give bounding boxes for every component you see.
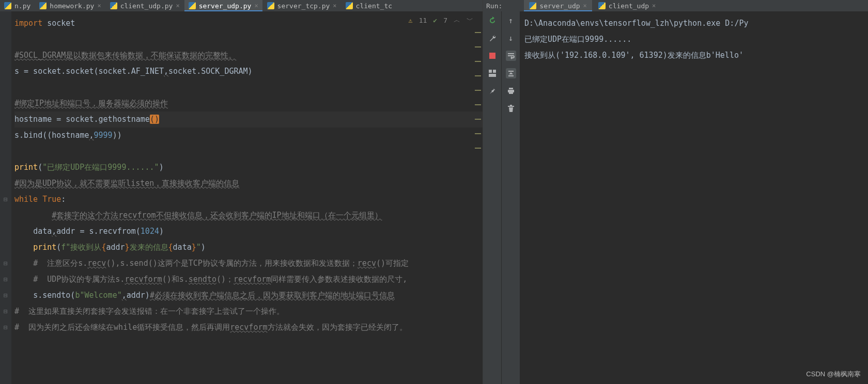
code-line: while True:: [14, 191, 483, 207]
python-file-icon: [346, 2, 353, 9]
close-icon[interactable]: ×: [176, 2, 179, 9]
close-icon[interactable]: ×: [652, 2, 656, 9]
editor-tab[interactable]: n.py: [0, 0, 35, 11]
python-file-icon: [529, 2, 536, 9]
code-area[interactable]: import socket #SOCL_DGRAM是以数据包来传输数据，不能保证…: [11, 11, 483, 384]
close-icon[interactable]: ×: [333, 2, 336, 9]
code-line: data,addr = s.recvfrom(1024): [14, 223, 483, 239]
close-icon[interactable]: ×: [97, 2, 101, 9]
code-line: print("已绑定UDP在端口9999......"): [14, 159, 483, 175]
run-tool-window: Run: server_udp×client_udp× ↑ ↓: [483, 0, 868, 384]
run-header: Run: server_udp×client_udp×: [483, 0, 868, 11]
close-icon[interactable]: ×: [583, 2, 587, 9]
gutter-row[interactable]: ⊟: [4, 191, 8, 207]
settings-wrench-icon[interactable]: [487, 33, 498, 43]
tab-label: server_udp.py: [199, 2, 252, 10]
editor-body: ⊟⊟⊟⊟⊟⊟ import socket #SOCL_DGRAM是以数据包来传输…: [0, 11, 483, 384]
up-arrow-icon[interactable]: ↑: [506, 15, 516, 26]
gutter-row[interactable]: ⊟: [4, 271, 8, 287]
tab-label: n.py: [14, 2, 30, 10]
python-file-icon: [189, 2, 196, 9]
python-file-icon: [39, 2, 47, 9]
run-tab[interactable]: client_udp×: [593, 0, 661, 11]
code-line: # 注意区分s.recv(),s.send()这两个是TCP协议专属的方法，用来…: [14, 255, 483, 271]
python-file-icon: [598, 2, 606, 9]
code-inspection-status[interactable]: ⚠ 11 ✔ 7 ︿ ﹀: [406, 14, 476, 26]
code-line: hostname = socket.gethostname(): [14, 111, 483, 127]
prev-highlight-icon[interactable]: ︿: [454, 15, 460, 25]
typo-icon[interactable]: ✔: [433, 17, 437, 24]
rerun-icon[interactable]: [487, 15, 498, 26]
print-icon[interactable]: [506, 86, 516, 96]
editor-tab[interactable]: server_tcp.py×: [263, 0, 341, 11]
run-tabs: server_udp×client_udp×: [524, 0, 661, 11]
gutter-row[interactable]: ⊟: [4, 287, 8, 303]
stop-icon[interactable]: [487, 51, 498, 61]
python-file-icon: [4, 2, 11, 9]
code-line: # 这里如果直接关闭套接字会发送报错：在一个非套接字上尝试了一个操作。: [14, 303, 483, 319]
editor-tab[interactable]: server_udp.py×: [184, 0, 262, 11]
code-line: [14, 31, 483, 47]
svg-rect-2: [493, 70, 496, 73]
editor-tab[interactable]: client_udp.py×: [106, 0, 184, 11]
run-tab-label: client_udp: [609, 2, 649, 10]
next-highlight-icon[interactable]: ﹀: [467, 15, 473, 25]
gutter-row[interactable]: ⊟: [4, 303, 8, 319]
console-line: D:\Anaconda\envs\tensorflow_lzh\python.e…: [524, 15, 864, 31]
gutter-row[interactable]: ⊟: [4, 255, 8, 271]
trash-icon[interactable]: [506, 103, 516, 114]
layout-icon[interactable]: [487, 68, 498, 78]
console-output[interactable]: D:\Anaconda\envs\tensorflow_lzh\python.e…: [520, 11, 868, 384]
down-arrow-icon[interactable]: ↓: [506, 33, 516, 43]
console-line: 接收到从('192.168.0.109', 61392)发来的信息b'Hello…: [524, 47, 864, 63]
python-file-icon: [267, 2, 274, 9]
code-line: #绑定IP地址和端口号，服务器端必须的操作: [14, 95, 483, 111]
editor-tabs: n.pyhomework.py×client_udp.py×server_udp…: [0, 0, 483, 11]
run-label: Run:: [486, 2, 502, 10]
run-toolbar-secondary: ↑ ↓: [502, 11, 520, 384]
svg-rect-3: [489, 74, 496, 77]
soft-wrap-icon[interactable]: [506, 51, 516, 61]
tab-label: server_tcp.py: [277, 2, 330, 10]
scroll-to-end-icon[interactable]: [506, 68, 516, 78]
tab-label: client_tc: [356, 2, 392, 10]
editor-gutter: ⊟⊟⊟⊟⊟⊟: [0, 11, 11, 384]
svg-rect-0: [489, 53, 495, 59]
watermark: CSDN @楠枫南寒: [806, 370, 861, 379]
run-toolbar-primary: [483, 11, 502, 384]
editor-tab[interactable]: client_tc: [342, 0, 396, 11]
code-line: [14, 79, 483, 95]
run-body: ↑ ↓ D:\Anaconda\envs\tensorflow_lzh\pyth…: [483, 11, 868, 384]
editor-tab[interactable]: homework.py×: [35, 0, 105, 11]
code-line: # UDP协议的专属方法s.recvform()和s.sendto()；recv…: [14, 271, 483, 287]
code-line: [14, 143, 483, 159]
typo-count: 7: [443, 17, 447, 24]
warnings-count: 11: [419, 17, 427, 24]
tab-label: client_udp.py: [120, 2, 173, 10]
scrollbar-marks: [475, 32, 481, 149]
console-line: 已绑定UDP在端口9999......: [524, 31, 864, 47]
code-line: s.sendto(b"Welcome",addr)#必须在接收到客户端信息之后，…: [14, 287, 483, 303]
tab-label: homework.py: [50, 2, 94, 10]
code-line: s = socket.socket(socket.AF_INET,socket.…: [14, 63, 483, 79]
code-line: # 因为关闭之后还会继续在while循环接受信息，然后再调用recvform方法…: [14, 319, 483, 335]
editor-pane: n.pyhomework.py×client_udp.py×server_udp…: [0, 0, 483, 384]
pin-icon[interactable]: [487, 86, 498, 96]
gutter-row[interactable]: ⊟: [4, 319, 8, 335]
run-tab-label: server_udp: [539, 2, 580, 10]
code-line: #SOCL_DGRAM是以数据包来传输数据，不能保证数据的完整性。: [14, 47, 483, 63]
code-line: #套接字的这个方法recvfrom不但接收信息，还会收到客户端的IP地址和端口（…: [14, 207, 483, 223]
code-line: s.bind((hostname,9999)): [14, 127, 483, 143]
close-icon[interactable]: ×: [254, 2, 258, 9]
python-file-icon: [110, 2, 117, 9]
warnings-icon[interactable]: ⚠: [409, 17, 413, 24]
run-tab[interactable]: server_udp×: [524, 0, 592, 11]
code-line: #因为是UDP协议，就不需要监听listen，直接接收客户端的信息: [14, 175, 483, 191]
code-line: print(f"接收到从{addr}发来的信息{data}"): [14, 239, 483, 255]
svg-rect-1: [489, 70, 492, 73]
